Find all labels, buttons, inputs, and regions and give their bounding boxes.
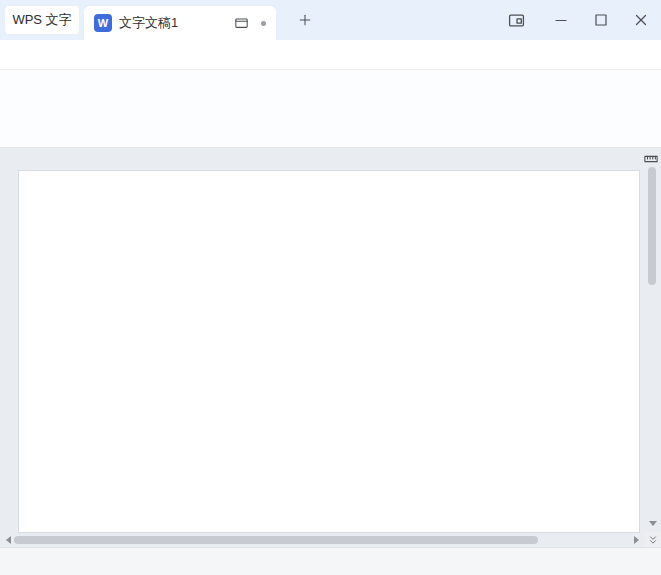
maximize-button[interactable] (591, 10, 611, 30)
page-navigation-icon (648, 535, 658, 545)
new-tab-icon (298, 13, 312, 27)
statusbar: 页面: 1/1 100% (0, 547, 661, 575)
workspace-button[interactable] (506, 10, 526, 30)
app-name-label: WPS 文字 (12, 11, 71, 29)
document-tab[interactable]: W 文字文稿1 (84, 6, 276, 40)
arrow-down-icon (649, 521, 657, 526)
new-tab-button[interactable] (296, 11, 314, 29)
ruler-icon (644, 152, 658, 166)
minimize-icon (553, 12, 569, 28)
document-page[interactable] (18, 170, 640, 533)
menubar: 文件 开始 插入 页面 引用 审阅 视图 工具 (0, 40, 661, 70)
wps-writer-window: WPS 文字 W 文字文稿1 文件 (0, 0, 661, 575)
minimize-button[interactable] (551, 10, 571, 30)
scroll-down-button[interactable] (645, 516, 661, 530)
horizontal-scrollbar-thumb[interactable] (14, 536, 538, 544)
tab-window-icon[interactable] (234, 16, 249, 30)
vertical-scrollbar-thumb[interactable] (648, 167, 656, 285)
writer-doc-icon: W (94, 14, 112, 32)
app-menu-button[interactable]: WPS 文字 (5, 6, 79, 34)
document-area (0, 148, 661, 547)
maximize-icon (593, 12, 609, 28)
ruler-toggle-button[interactable] (643, 151, 659, 167)
close-button[interactable] (631, 10, 651, 30)
scroll-corner-button[interactable] (645, 532, 661, 547)
titlebar: WPS 文字 W 文字文稿1 (0, 0, 661, 40)
arrow-right-icon (634, 536, 639, 544)
ribbon-toolbar: 格式刷 粘贴 宋体 (正文) 五号 A+ A- wén (0, 70, 661, 148)
workspace-icon (508, 12, 525, 29)
close-icon (633, 12, 649, 28)
tab-title: 文字文稿1 (119, 14, 234, 32)
arrow-left-icon (6, 536, 11, 544)
tab-status-dot (261, 21, 266, 26)
scroll-left-button[interactable] (2, 534, 14, 546)
scroll-right-button[interactable] (630, 534, 642, 546)
